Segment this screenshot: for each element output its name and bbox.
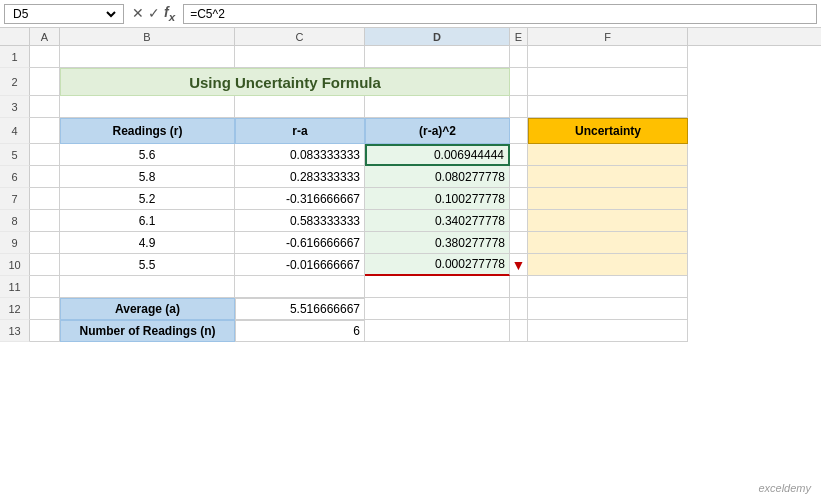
cell-e5[interactable] [510,144,528,166]
n-value-cell[interactable]: 6 [235,320,365,342]
col-header-c[interactable]: C [235,28,365,45]
reading-6: 5.8 [139,170,156,184]
reading-9: 4.9 [139,236,156,250]
cell-b5[interactable]: 5.6 [60,144,235,166]
confirm-icon[interactable]: ✓ [148,5,160,21]
cell-e2[interactable] [510,68,528,96]
function-icon[interactable]: fx [164,4,175,23]
cell-f9[interactable] [528,232,688,254]
cell-d6[interactable]: 0.080277778 [365,166,510,188]
cell-b6[interactable]: 5.8 [60,166,235,188]
cell-d11[interactable] [365,276,510,298]
cell-c3[interactable] [235,96,365,118]
cell-b4-header[interactable]: Readings (r) [60,118,235,144]
row-7: 7 5.2 -0.316666667 0.100277778 [0,188,821,210]
cell-d3[interactable] [365,96,510,118]
reading-8: 6.1 [139,214,156,228]
cancel-icon[interactable]: ✕ [132,5,144,21]
ra-6: 0.283333333 [290,170,360,184]
cell-a10[interactable] [30,254,60,276]
cell-d7[interactable]: 0.100277778 [365,188,510,210]
row-1: 1 [0,46,821,68]
cell-e11[interactable] [510,276,528,298]
cell-c1[interactable] [235,46,365,68]
average-value-cell[interactable]: 5.516666667 [235,298,365,320]
col-header-a[interactable]: A [30,28,60,45]
cell-e1[interactable] [510,46,528,68]
cell-a6[interactable] [30,166,60,188]
cell-c9[interactable]: -0.616666667 [235,232,365,254]
cell-d1[interactable] [365,46,510,68]
cell-f10[interactable] [528,254,688,276]
cell-a3[interactable] [30,96,60,118]
cell-f3[interactable] [528,96,688,118]
cell-a7[interactable] [30,188,60,210]
cell-f5[interactable] [528,144,688,166]
cell-b10[interactable]: 5.5 [60,254,235,276]
cell-b11[interactable] [60,276,235,298]
name-box-select[interactable]: D5 [9,6,119,22]
cell-e8[interactable] [510,210,528,232]
cell-a9[interactable] [30,232,60,254]
cell-c7[interactable]: -0.316666667 [235,188,365,210]
cell-a13[interactable] [30,320,60,342]
cell-a5[interactable] [30,144,60,166]
col-header-e[interactable]: E [510,28,528,45]
cell-f6[interactable] [528,166,688,188]
cell-d9[interactable]: 0.380277778 [365,232,510,254]
row-5: 5 5.6 0.083333333 0.006944444 [0,144,821,166]
cell-e12[interactable] [510,298,528,320]
cell-f2[interactable] [528,68,688,96]
cell-a2[interactable] [30,68,60,96]
ra2-7: 0.100277778 [435,192,505,206]
cell-a8[interactable] [30,210,60,232]
average-label-cell[interactable]: Average (a) [60,298,235,320]
cell-a4[interactable] [30,118,60,144]
cell-f12[interactable] [528,298,688,320]
cell-e7[interactable] [510,188,528,210]
ra2-6: 0.080277778 [435,170,505,184]
cell-d10[interactable]: 0.000277778 [365,254,510,276]
ra2-9: 0.380277778 [435,236,505,250]
uncertainty-cell[interactable]: Uncertainty [528,118,688,144]
cell-a11[interactable] [30,276,60,298]
title-cell[interactable]: Using Uncertainty Formula [60,68,510,96]
cell-b9[interactable]: 4.9 [60,232,235,254]
name-box[interactable]: D5 [4,4,124,24]
cell-d13[interactable] [365,320,510,342]
cell-b1[interactable] [60,46,235,68]
cell-c11[interactable] [235,276,365,298]
cell-e6[interactable] [510,166,528,188]
cell-d12[interactable] [365,298,510,320]
ra-9: -0.616666667 [286,236,360,250]
cell-c8[interactable]: 0.583333333 [235,210,365,232]
cell-f8[interactable] [528,210,688,232]
cell-d5[interactable]: 0.006944444 [365,144,510,166]
cell-f11[interactable] [528,276,688,298]
cell-b3[interactable] [60,96,235,118]
cell-b7[interactable]: 5.2 [60,188,235,210]
cell-c5[interactable]: 0.083333333 [235,144,365,166]
cell-e13[interactable] [510,320,528,342]
col-header-b[interactable]: B [60,28,235,45]
cell-c4-header[interactable]: r-a [235,118,365,144]
cell-a12[interactable] [30,298,60,320]
cell-f7[interactable] [528,188,688,210]
cell-d8[interactable]: 0.340277778 [365,210,510,232]
col-header-f[interactable]: F [528,28,688,45]
cell-e3[interactable] [510,96,528,118]
row-num-11: 11 [0,276,30,298]
cell-e4[interactable] [510,118,528,144]
cell-f1[interactable] [528,46,688,68]
n-label-cell[interactable]: Number of Readings (n) [60,320,235,342]
cell-f13[interactable] [528,320,688,342]
cell-c10[interactable]: -0.016666667 [235,254,365,276]
col-header-d[interactable]: D [365,28,510,45]
cell-b8[interactable]: 6.1 [60,210,235,232]
cell-e9[interactable] [510,232,528,254]
formula-input[interactable]: =C5^2 [183,4,817,24]
cell-a1[interactable] [30,46,60,68]
ra-10: -0.016666667 [286,258,360,272]
cell-c6[interactable]: 0.283333333 [235,166,365,188]
cell-d4-header[interactable]: (r-a)^2 [365,118,510,144]
